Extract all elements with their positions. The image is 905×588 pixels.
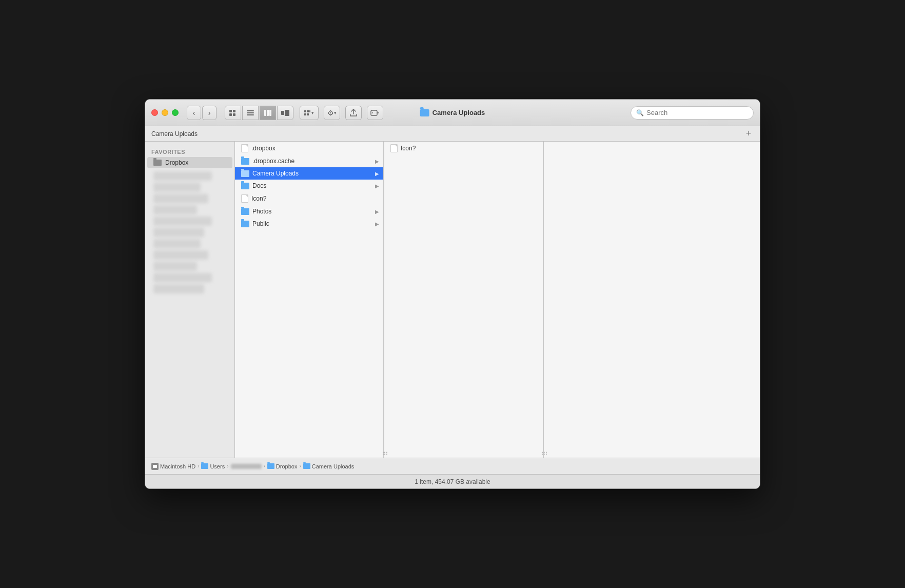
minimize-button[interactable] (162, 109, 168, 116)
window-title: Camera Uploads (420, 109, 485, 116)
svg-rect-11 (285, 110, 289, 116)
svg-rect-12 (304, 110, 306, 112)
chevron-icon-docs: ▶ (375, 183, 379, 189)
cover-view-button[interactable] (277, 106, 293, 120)
svg-rect-0 (229, 110, 232, 112)
breadcrumb-sep-1: › (198, 463, 199, 469)
svg-rect-3 (233, 113, 235, 116)
svg-rect-16 (307, 113, 309, 115)
title-bar: ‹ › (145, 100, 760, 126)
tag-button[interactable] (367, 106, 383, 120)
file-columns: .dropbox .dropbox.cache ▶ Camera Uploads… (235, 142, 760, 458)
sidebar-section-favorites: Favorites (145, 146, 234, 157)
breadcrumb-username (231, 464, 262, 469)
file-item-public[interactable]: Public ▶ (235, 218, 383, 230)
search-bar[interactable]: 🔍 (631, 106, 754, 120)
svg-rect-19 (153, 465, 157, 468)
icon-view-button[interactable] (225, 106, 241, 120)
svg-rect-5 (247, 112, 254, 113)
file-item-col2-icon[interactable]: Icon? (384, 142, 543, 155)
title-text: Camera Uploads (432, 109, 485, 116)
breadcrumb-dropbox-label: Dropbox (276, 463, 298, 469)
file-name: .dropbox.cache (252, 158, 372, 165)
list-view-button[interactable] (242, 106, 259, 120)
svg-rect-4 (247, 110, 254, 111)
breadcrumb-macintosh-hd: Macintosh HD (151, 463, 195, 470)
svg-rect-2 (229, 113, 232, 116)
group-dropdown-icon: ▾ (311, 110, 314, 115)
svg-rect-8 (267, 110, 269, 116)
svg-rect-9 (269, 110, 271, 116)
column-header-bar: Camera Uploads + (145, 126, 760, 142)
path-breadcrumb: Macintosh HD › Users › › Dropbox › Camer… (145, 458, 760, 474)
blurred-username (231, 464, 262, 469)
status-text: 1 item, 454.07 GB available (415, 478, 490, 485)
file-item-dropbox[interactable]: .dropbox (235, 142, 383, 155)
file-icon-folder (241, 158, 249, 165)
breadcrumb-dropbox: Dropbox (267, 463, 298, 469)
breadcrumb-camera-label: Camera Uploads (312, 463, 355, 469)
chevron-icon: ▶ (375, 159, 379, 164)
svg-rect-13 (307, 110, 309, 112)
breadcrumb-sep-3: › (264, 463, 265, 469)
maximize-button[interactable] (172, 109, 179, 116)
add-column-button[interactable]: + (743, 129, 754, 139)
chevron-icon-public: ▶ (375, 221, 379, 227)
breadcrumb-camera-uploads: Camera Uploads (303, 463, 355, 469)
file-icon-doc-icon (241, 194, 248, 203)
title-folder-icon (420, 109, 429, 116)
svg-point-18 (372, 112, 373, 113)
column-3 (544, 142, 760, 458)
breadcrumb-sep-2: › (227, 463, 228, 469)
breadcrumb-users-label: Users (210, 463, 225, 469)
file-name-docs: Docs (252, 182, 372, 189)
breadcrumb-sep-4: › (299, 463, 301, 469)
file-item-docs[interactable]: Docs ▶ (235, 180, 383, 192)
file-name-selected: Camera Uploads (252, 170, 372, 177)
svg-rect-6 (247, 114, 254, 115)
file-icon-doc (241, 144, 248, 152)
breadcrumb-camera-icon (303, 463, 310, 469)
file-item-dropbox-cache[interactable]: .dropbox.cache ▶ (235, 155, 383, 167)
sidebar-item-dropbox[interactable]: Dropbox (147, 157, 232, 168)
action-button[interactable]: ⚙ ▾ (324, 106, 340, 120)
breadcrumb-dropbox-icon (267, 463, 274, 469)
file-icon-folder-docs (241, 183, 249, 189)
file-item-photos[interactable]: Photos ▶ (235, 205, 383, 218)
file-icon-doc-col2 (390, 144, 398, 152)
forward-button[interactable]: › (202, 106, 217, 120)
column-header-title: Camera Uploads (151, 130, 198, 138)
svg-rect-10 (281, 111, 284, 115)
file-icon-folder-public (241, 221, 249, 227)
group-button[interactable]: ▾ (300, 106, 319, 120)
sidebar-label-dropbox: Dropbox (165, 159, 188, 166)
back-button[interactable]: ‹ (187, 106, 201, 120)
nav-buttons: ‹ › (187, 106, 217, 120)
file-name-public: Public (252, 220, 372, 227)
file-name: .dropbox (251, 145, 379, 152)
chevron-icon-selected: ▶ (375, 171, 379, 177)
traffic-lights (151, 109, 179, 116)
file-icon-folder-photos (241, 208, 249, 215)
hd-icon (151, 463, 159, 470)
share-button[interactable] (345, 106, 362, 120)
column-view-button[interactable] (260, 106, 276, 120)
breadcrumb-users-icon (201, 463, 208, 469)
view-controls (225, 106, 293, 120)
svg-rect-1 (233, 110, 235, 112)
file-name-photos: Photos (252, 208, 372, 215)
file-icon-folder-selected (241, 170, 249, 177)
sidebar-folder-icon-dropbox (153, 160, 162, 166)
search-input[interactable] (646, 109, 748, 116)
file-item-camera-uploads[interactable]: Camera Uploads ▶ (235, 167, 383, 180)
file-item-icon[interactable]: Icon? (235, 192, 383, 205)
main-content: Favorites Dropbox (145, 142, 760, 458)
svg-rect-14 (309, 110, 310, 112)
breadcrumb-hd-label: Macintosh HD (160, 463, 195, 469)
breadcrumb-users: Users (201, 463, 225, 469)
svg-rect-7 (264, 110, 266, 116)
column-2: Icon? (384, 142, 543, 458)
close-button[interactable] (151, 109, 158, 116)
sidebar: Favorites Dropbox (145, 142, 235, 458)
chevron-icon-photos: ▶ (375, 209, 379, 214)
